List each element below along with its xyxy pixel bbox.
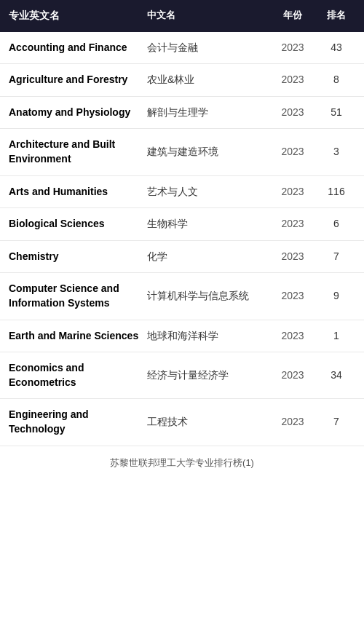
cell-year: 2023 <box>271 143 314 161</box>
table-row: Earth and Marine Sciences 地球和海洋科学 2023 1 <box>0 320 364 353</box>
cell-chinese: 农业&林业 <box>144 71 271 89</box>
cell-chinese: 会计与金融 <box>144 39 271 57</box>
cell-rank: 43 <box>314 39 358 57</box>
cell-english: Computer Science and Information Systems <box>6 280 144 312</box>
cell-year: 2023 <box>271 71 314 89</box>
cell-chinese: 建筑与建造环境 <box>144 143 271 161</box>
cell-english: Agriculture and Forestry <box>6 71 144 89</box>
rankings-table: 专业英文名 中文名 年份 排名 Accounting and Finance 会… <box>0 0 364 477</box>
header-col-year: 年份 <box>271 7 314 25</box>
cell-chinese: 化学 <box>144 248 271 266</box>
cell-chinese: 解剖与生理学 <box>144 104 271 122</box>
cell-rank: 6 <box>314 215 358 233</box>
table-row: Engineering and Technology 工程技术 2023 7 <box>0 399 364 445</box>
cell-chinese: 地球和海洋科学 <box>144 328 271 345</box>
table-row: Computer Science and Information Systems… <box>0 273 364 320</box>
table-row: Biological Sciences 生物科学 2023 6 <box>0 208 364 241</box>
cell-year: 2023 <box>271 288 314 305</box>
cell-english: Biological Sciences <box>6 215 144 233</box>
table-header: 专业英文名 中文名 年份 排名 <box>0 0 364 32</box>
cell-rank: 7 <box>314 414 358 431</box>
cell-english: Anatomy and Physiology <box>6 104 144 122</box>
table-body: Accounting and Finance 会计与金融 2023 43 Agr… <box>0 32 364 446</box>
cell-rank: 9 <box>314 288 358 305</box>
table-row: Anatomy and Physiology 解剖与生理学 2023 51 <box>0 97 364 130</box>
cell-year: 2023 <box>271 183 314 201</box>
table-row: Economics and Econometrics 经济与计量经济学 2023… <box>0 352 364 399</box>
cell-rank: 1 <box>314 328 358 345</box>
cell-year: 2023 <box>271 414 314 431</box>
cell-year: 2023 <box>271 39 314 57</box>
cell-english: Earth and Marine Sciences <box>6 328 144 345</box>
cell-rank: 51 <box>314 104 358 122</box>
header-col-chinese: 中文名 <box>144 7 271 25</box>
cell-chinese: 经济与计量经济学 <box>144 367 271 384</box>
cell-year: 2023 <box>271 248 314 266</box>
table-footer: 苏黎世联邦理工大学专业排行榜(1) <box>0 446 364 477</box>
cell-rank: 34 <box>314 367 358 384</box>
cell-year: 2023 <box>271 104 314 122</box>
cell-rank: 8 <box>314 71 358 89</box>
cell-chinese: 计算机科学与信息系统 <box>144 288 271 305</box>
header-col-english: 专业英文名 <box>6 7 144 25</box>
table-row: Accounting and Finance 会计与金融 2023 43 <box>0 32 364 65</box>
table-row: Architecture and Built Environment 建筑与建造… <box>0 129 364 175</box>
cell-rank: 7 <box>314 248 358 266</box>
cell-english: Accounting and Finance <box>6 39 144 57</box>
cell-year: 2023 <box>271 367 314 384</box>
cell-rank: 3 <box>314 143 358 161</box>
table-row: Arts and Humanities 艺术与人文 2023 116 <box>0 176 364 209</box>
cell-rank: 116 <box>314 183 358 201</box>
table-row: Agriculture and Forestry 农业&林业 2023 8 <box>0 64 364 97</box>
cell-english: Arts and Humanities <box>6 183 144 201</box>
header-col-rank: 排名 <box>314 7 358 25</box>
cell-year: 2023 <box>271 215 314 233</box>
cell-year: 2023 <box>271 328 314 345</box>
cell-chinese: 生物科学 <box>144 215 271 233</box>
cell-chinese: 艺术与人文 <box>144 183 271 201</box>
cell-chinese: 工程技术 <box>144 414 271 431</box>
cell-english: Economics and Econometrics <box>6 360 144 391</box>
cell-english: Chemistry <box>6 248 144 266</box>
table-row: Chemistry 化学 2023 7 <box>0 241 364 274</box>
cell-english: Engineering and Technology <box>6 406 144 438</box>
cell-english: Architecture and Built Environment <box>6 136 144 167</box>
